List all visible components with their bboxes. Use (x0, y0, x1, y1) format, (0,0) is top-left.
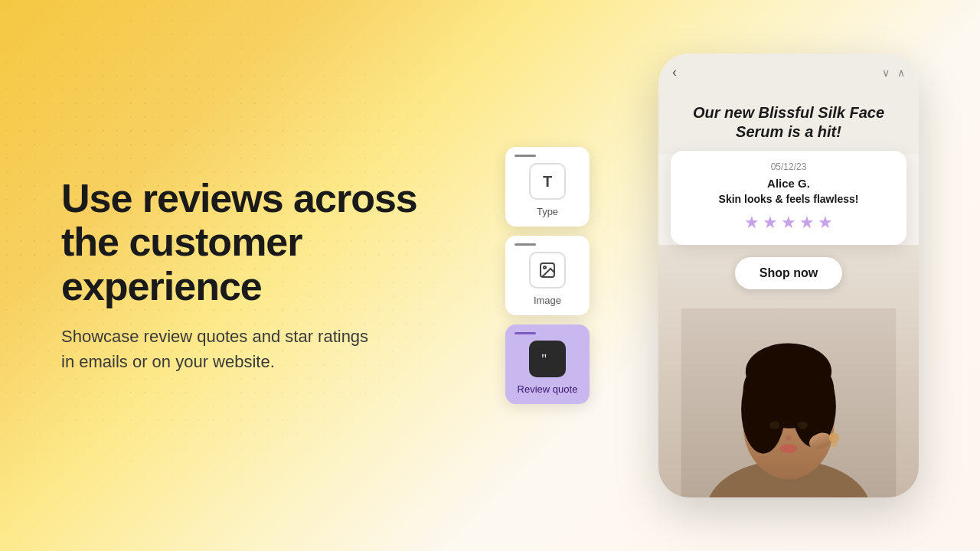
widget-type-label: Type (537, 206, 558, 217)
phone-hero-section: Our new Blissful Silk Face Serum is a hi… (658, 88, 919, 154)
widget-type[interactable]: T Type (505, 147, 590, 227)
phone-back-arrow[interactable]: ‹ (672, 64, 677, 80)
svg-point-18 (831, 441, 837, 447)
image-icon (529, 252, 566, 289)
phone-product-image: Shop now (658, 245, 919, 497)
shop-now-button[interactable]: Shop now (735, 257, 842, 289)
svg-point-15 (779, 444, 797, 453)
review-quote-icon: " (529, 341, 566, 377)
svg-text:": " (541, 352, 547, 367)
sub-headline: Showcase review quotes and star ratings … (61, 324, 383, 374)
star-3: ★ (781, 213, 796, 233)
widget-review-quote[interactable]: " Review quote (505, 324, 590, 404)
star-5: ★ (818, 213, 833, 233)
star-4: ★ (799, 213, 815, 233)
widget-review-label: Review quote (518, 383, 578, 395)
star-1: ★ (744, 213, 760, 233)
svg-point-11 (746, 343, 831, 399)
widgets-sidebar: T Type Image (505, 147, 590, 404)
review-text: Skin looks & feels flawless! (684, 193, 893, 205)
svg-point-12 (769, 421, 779, 429)
drag-handle-review (514, 332, 536, 334)
review-card: 05/12/23 Alice G. Skin looks & feels fla… (671, 151, 906, 245)
drag-handle-type (514, 155, 536, 157)
drag-handle-image (514, 243, 536, 246)
svg-point-1 (544, 266, 546, 269)
right-section: T Type Image (505, 46, 919, 505)
left-section: Use reviews across the customer experien… (61, 177, 459, 374)
product-title: Our new Blissful Silk Face Serum is a hi… (677, 103, 900, 142)
review-date: 05/12/23 (684, 161, 893, 172)
review-card-wrapper: 05/12/23 Alice G. Skin looks & feels fla… (658, 151, 919, 245)
main-headline: Use reviews across the customer experien… (61, 177, 459, 308)
svg-rect-2 (537, 349, 557, 369)
review-stars: ★ ★ ★ ★ ★ (684, 213, 893, 233)
phone-nav-down[interactable]: ∨ (882, 67, 890, 79)
phone-nav-arrows: ∨ ∧ (882, 67, 905, 79)
page-content: Use reviews across the customer experien… (0, 0, 980, 551)
review-name: Alice G. (684, 177, 893, 190)
svg-point-13 (798, 421, 808, 429)
phone-top-bar: ‹ ∨ ∧ (658, 54, 919, 88)
type-icon: T (529, 163, 566, 200)
woman-figure (658, 308, 919, 498)
phone-content: Our new Blissful Silk Face Serum is a hi… (658, 88, 919, 497)
svg-point-14 (786, 435, 792, 440)
star-2: ★ (763, 213, 778, 233)
widget-image-label: Image (534, 295, 561, 306)
phone-nav-up[interactable]: ∧ (897, 67, 905, 79)
widget-image[interactable]: Image (505, 236, 590, 315)
phone-mockup: ‹ ∨ ∧ Our new Blissful Silk Face Serum i… (658, 54, 919, 497)
